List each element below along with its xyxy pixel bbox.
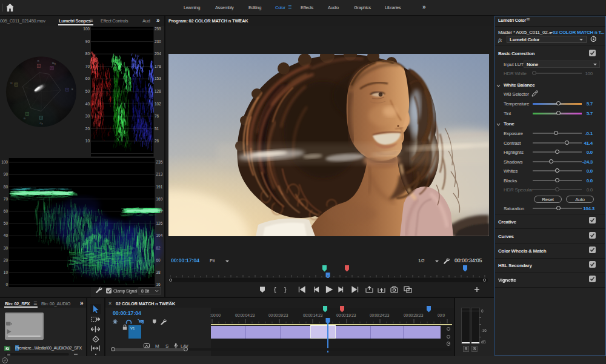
svg-text:20: 20 bbox=[4, 258, 8, 262]
svg-text:50: 50 bbox=[4, 221, 8, 225]
svg-text:90: 90 bbox=[4, 172, 8, 176]
svg-text:60: 60 bbox=[4, 209, 8, 213]
svg-text:128: 128 bbox=[155, 89, 161, 93]
svg-text:191: 191 bbox=[156, 185, 163, 189]
svg-text:R: R bbox=[38, 59, 39, 62]
svg-text:Mg: Mg bbox=[52, 62, 56, 65]
svg-text:20: 20 bbox=[85, 127, 90, 131]
svg-text:}: } bbox=[284, 286, 287, 293]
svg-text:8 Bit: 8 Bit bbox=[141, 289, 149, 293]
svg-text:Yl: Yl bbox=[10, 82, 13, 85]
svg-text:S: S bbox=[165, 343, 168, 348]
svg-text:100: 100 bbox=[1, 160, 8, 164]
svg-text:10: 10 bbox=[85, 139, 90, 143]
svg-text:169: 169 bbox=[156, 197, 163, 201]
svg-text:102: 102 bbox=[155, 102, 161, 106]
svg-text:70: 70 bbox=[85, 64, 90, 68]
svg-text:40: 40 bbox=[85, 102, 90, 106]
svg-text:M: M bbox=[155, 343, 159, 348]
svg-text:90: 90 bbox=[85, 39, 90, 44]
svg-text:213: 213 bbox=[156, 172, 163, 176]
svg-text:255: 255 bbox=[155, 27, 161, 31]
svg-text:80: 80 bbox=[85, 51, 90, 56]
svg-text:230: 230 bbox=[155, 39, 161, 44]
svg-text:76: 76 bbox=[155, 114, 159, 118]
svg-text:30: 30 bbox=[4, 246, 8, 250]
svg-text:60: 60 bbox=[85, 76, 90, 81]
svg-text:235: 235 bbox=[156, 160, 163, 164]
svg-text:0: 0 bbox=[5, 282, 8, 286]
svg-text:70: 70 bbox=[4, 197, 8, 201]
svg-text:80: 80 bbox=[4, 185, 8, 189]
svg-text:16: 16 bbox=[156, 282, 161, 286]
svg-text:153: 153 bbox=[155, 76, 161, 81]
svg-text:51: 51 bbox=[155, 127, 159, 131]
svg-text:38: 38 bbox=[156, 270, 161, 274]
svg-text:126: 126 bbox=[156, 221, 163, 225]
svg-text:B: B bbox=[72, 88, 73, 91]
svg-text:G: G bbox=[24, 117, 25, 120]
svg-text:26: 26 bbox=[155, 139, 159, 143]
svg-text:50: 50 bbox=[85, 89, 90, 93]
svg-text:10: 10 bbox=[4, 270, 8, 274]
svg-text:40: 40 bbox=[4, 233, 8, 237]
svg-text:Cy: Cy bbox=[40, 122, 43, 125]
svg-text:100: 100 bbox=[83, 27, 90, 31]
svg-text:178: 178 bbox=[155, 64, 161, 68]
svg-text:{: { bbox=[274, 286, 276, 293]
svg-text:204: 204 bbox=[155, 51, 161, 56]
svg-text:30: 30 bbox=[85, 114, 90, 118]
svg-text:Clamp Signal: Clamp Signal bbox=[113, 289, 138, 294]
